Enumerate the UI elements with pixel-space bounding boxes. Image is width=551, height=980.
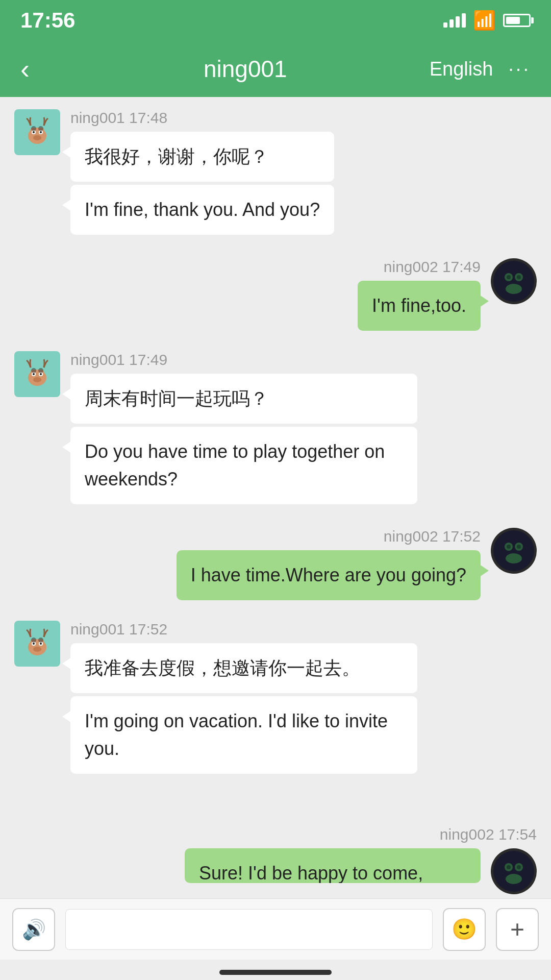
bubble-5a: 我准备去度假，想邀请你一起去。 xyxy=(70,643,417,693)
svg-point-7 xyxy=(40,131,42,133)
status-icons: 📶 xyxy=(443,10,531,31)
signal-icon xyxy=(443,13,466,28)
svg-point-24 xyxy=(40,373,42,375)
svg-point-25 xyxy=(33,377,41,382)
status-time: 17:56 xyxy=(20,8,75,33)
voice-button[interactable]: 🔊 xyxy=(12,908,55,951)
wifi-icon: 📶 xyxy=(473,10,496,31)
chat-title: ning001 xyxy=(204,55,287,83)
bubble-5b: I'm going on vacation. I'd like to invit… xyxy=(70,696,417,774)
svg-point-27 xyxy=(38,368,43,373)
message-left-1: ning001 17:48 我很好，谢谢，你呢？ I'm fine, thank… xyxy=(14,109,537,238)
bubble-3a: 周末有时间一起玩吗？ xyxy=(70,374,417,424)
svg-point-15 xyxy=(517,275,521,279)
add-button[interactable]: + xyxy=(496,908,539,951)
svg-point-41 xyxy=(40,643,42,645)
msg-meta-3: ning001 17:49 xyxy=(70,351,417,369)
bubble-1a: 我很好，谢谢，你呢？ xyxy=(70,132,334,182)
nav-right-actions: English ··· xyxy=(430,58,531,80)
svg-point-8 xyxy=(33,135,41,140)
message-group-3: ning001 17:49 周末有时间一起玩吗？ Do you have tim… xyxy=(14,351,537,507)
message-group-2: ning002 17:49 I'm fine,too. xyxy=(14,258,537,331)
svg-point-48 xyxy=(507,865,511,869)
home-indicator xyxy=(219,970,332,975)
message-group-6-partial: ning002 17:54 Sure! I'd be happy to come… xyxy=(185,826,537,894)
message-group-4: ning002 17:52 I have time.Where are you … xyxy=(14,528,537,600)
msg-meta-2: ning002 17:49 xyxy=(384,258,481,276)
bubble-4a: I have time.Where are you going? xyxy=(177,550,481,600)
nav-bar: ‹ ning001 English ··· xyxy=(0,41,551,97)
svg-point-40 xyxy=(33,643,35,645)
svg-point-33 xyxy=(506,553,522,564)
svg-point-11 xyxy=(493,261,534,302)
svg-point-14 xyxy=(507,275,511,279)
svg-point-6 xyxy=(33,131,35,133)
message-right-2: ning002 17:49 I'm fine,too. xyxy=(14,258,537,331)
msg-content-3: ning001 17:49 周末有时间一起玩吗？ Do you have tim… xyxy=(70,351,417,507)
svg-point-32 xyxy=(517,545,521,549)
svg-point-26 xyxy=(31,368,36,373)
svg-point-9 xyxy=(31,126,36,131)
more-options-button[interactable]: ··· xyxy=(508,58,531,80)
plus-icon: + xyxy=(510,915,524,943)
msg-meta-6: ning002 17:54 xyxy=(440,826,537,843)
avatar-ning002-2 xyxy=(491,258,537,304)
voice-icon: 🔊 xyxy=(22,918,46,941)
svg-point-43 xyxy=(31,638,36,643)
svg-point-10 xyxy=(38,126,43,131)
svg-point-31 xyxy=(507,545,511,549)
avatar-ning002-4 xyxy=(491,528,537,574)
svg-point-50 xyxy=(506,874,522,884)
message-left-5: ning001 17:52 我准备去度假，想邀请你一起去。 I'm going … xyxy=(14,621,537,777)
message-group-5: ning001 17:52 我准备去度假，想邀请你一起去。 I'm going … xyxy=(14,621,537,777)
svg-point-44 xyxy=(38,638,43,643)
msg-meta-4: ning002 17:52 xyxy=(384,528,481,545)
svg-point-45 xyxy=(493,851,534,892)
msg-content-5: ning001 17:52 我准备去度假，想邀请你一起去。 I'm going … xyxy=(70,621,417,777)
msg-content-2: ning002 17:49 I'm fine,too. xyxy=(358,258,481,331)
bubble-1b: I'm fine, thank you. And you? xyxy=(70,185,334,235)
svg-point-42 xyxy=(33,647,41,652)
message-left-3: ning001 17:49 周末有时间一起玩吗？ Do you have tim… xyxy=(14,351,537,507)
back-button[interactable]: ‹ xyxy=(20,53,61,85)
svg-point-28 xyxy=(493,530,534,571)
input-bar: 🔊 🙂 + xyxy=(0,898,551,960)
language-button[interactable]: English xyxy=(430,58,493,80)
msg-content-4: ning002 17:52 I have time.Where are you … xyxy=(177,528,481,600)
status-bar: 17:56 📶 xyxy=(0,0,551,41)
avatar-ning001-3 xyxy=(14,351,60,397)
msg-meta-1: ning001 17:48 xyxy=(70,109,334,127)
avatar-ning001-1 xyxy=(14,109,60,155)
bubble-6a: Sure! I'd be happy to come, that... xyxy=(185,848,481,883)
bubble-2a: I'm fine,too. xyxy=(358,281,481,331)
message-right-4: ning002 17:52 I have time.Where are you … xyxy=(14,528,537,600)
battery-icon xyxy=(503,14,531,27)
msg-meta-5: ning001 17:52 xyxy=(70,621,417,638)
avatar-ning001-5 xyxy=(14,621,60,667)
avatar-ning002-6 xyxy=(491,848,537,894)
message-input[interactable] xyxy=(65,909,433,950)
msg-content-1: ning001 17:48 我很好，谢谢，你呢？ I'm fine, thank… xyxy=(70,109,334,238)
message-group-1: ning001 17:48 我很好，谢谢，你呢？ I'm fine, thank… xyxy=(14,109,537,238)
chat-area: ning001 17:48 我很好，谢谢，你呢？ I'm fine, thank… xyxy=(0,97,551,898)
svg-point-49 xyxy=(517,865,521,869)
emoji-button[interactable]: 🙂 xyxy=(443,908,486,951)
bubble-3b: Do you have time to play together on wee… xyxy=(70,427,417,504)
svg-point-23 xyxy=(33,373,35,375)
svg-point-16 xyxy=(506,284,522,294)
emoji-icon: 🙂 xyxy=(452,917,477,941)
